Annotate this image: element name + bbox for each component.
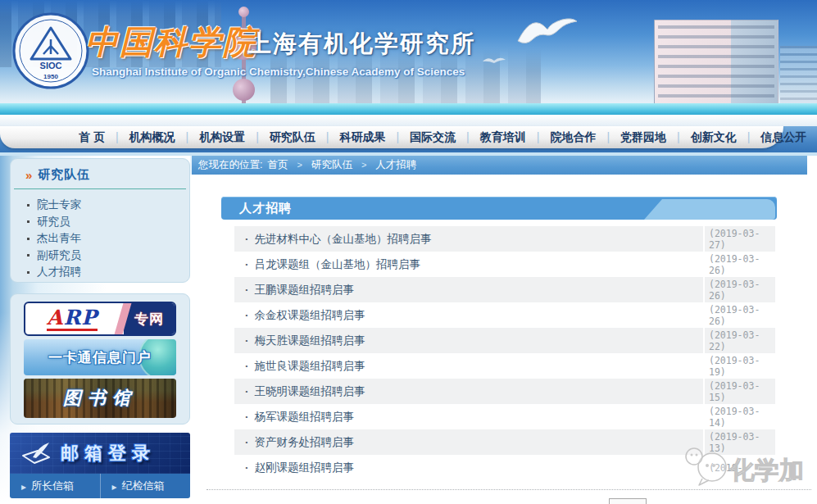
header-cyan-strip [0, 103, 817, 115]
sidebar-banners-panel: ARP 专网 一卡通信息门户 图书馆 [10, 293, 190, 425]
mail-banner-text: 邮箱登录 [61, 441, 156, 465]
recruitment-link[interactable]: 吕龙课题组（金山基地）招聘启事 [234, 252, 703, 277]
section-tab-decoration [644, 199, 775, 220]
recruitment-row: 施世良课题组招聘启事 (2019-03-19) [234, 353, 775, 379]
recruitment-date: (2019-03-26) [703, 277, 775, 302]
arrow-right-icon [112, 480, 122, 493]
content-divider [207, 489, 811, 490]
recruitment-date: (2019-03-26) [703, 302, 775, 328]
recruitment-date: (2019-03-15) [703, 379, 775, 404]
recruitment-date: (2019-03-26) [703, 252, 775, 277]
recruitment-link[interactable]: 余金权课题组招聘启事 [234, 302, 703, 328]
breadcrumb-item[interactable]: 人才招聘 [352, 158, 416, 172]
arp-cn-text: 专网 [134, 310, 164, 329]
library-banner-text: 图书馆 [63, 386, 137, 411]
sidebar-menu-item[interactable]: 杰出青年 [27, 230, 189, 247]
header-white-strip [0, 115, 817, 126]
nav-item[interactable]: 创新文化 [666, 130, 737, 145]
pagination-box[interactable] [609, 498, 647, 504]
breadcrumb-item[interactable]: 首页 [267, 158, 288, 172]
svg-text:1950: 1950 [43, 73, 58, 80]
arp-logo-text: ARP [47, 307, 98, 331]
recruitment-link[interactable]: 施世良课题组招聘启事 [234, 353, 703, 379]
nav-item[interactable]: 信息公开 [737, 130, 807, 145]
recruitment-date: (2019- [703, 455, 775, 480]
sidebar-menu-panel: 研究队伍 院士专家 研究员 杰出青年 副研究员 人才招聘 [10, 158, 190, 283]
left-column: 研究队伍 院士专家 研究员 杰出青年 副研究员 人才招聘 ARP [0, 156, 190, 504]
nav-item[interactable]: 研究队伍 [245, 130, 315, 145]
recruitment-link[interactable]: 先进材料中心（金山基地）招聘启事 [234, 226, 703, 252]
nav-item[interactable]: 院地合作 [526, 130, 597, 145]
recruitment-link[interactable]: 赵刚课题组招聘启事 [234, 455, 703, 480]
sidebar-panel-title: 研究队伍 [38, 167, 90, 183]
site-header: SIOC 1950 中国科学院 上海有机化学研究所 Shanghai Insti… [0, 0, 817, 126]
recruitment-list: 先进材料中心（金山基地）招聘启事 (2019-03-27) 吕龙课题组（金山基地… [234, 226, 775, 480]
nav-item[interactable]: 国际交流 [385, 130, 456, 145]
library-banner[interactable]: 图书馆 [24, 379, 176, 418]
nav-item[interactable]: 党群园地 [596, 130, 666, 145]
page-root: SIOC 1950 中国科学院 上海有机化学研究所 Shanghai Insti… [0, 0, 817, 504]
breadcrumb-item[interactable]: 研究队伍 [288, 158, 352, 172]
bullet-icon [27, 204, 30, 207]
cas-title: 中国科学院 [85, 20, 257, 65]
recruitment-link[interactable]: 梅天胜课题组招聘启事 [234, 328, 703, 353]
nav-item[interactable]: 科研成果 [315, 130, 386, 145]
arp-network-banner[interactable]: ARP 专网 [24, 302, 176, 336]
recruitment-link[interactable]: 资产财务处招聘启事 [234, 429, 703, 455]
bullet-icon [27, 254, 30, 257]
recruitment-row: 杨军课题组招聘启事 (2019-03-14) [234, 404, 775, 429]
institute-title: 上海有机化学研究所 [247, 28, 476, 61]
small-bird-icon [482, 54, 506, 66]
recruitment-row: 王晓明课题组招聘启事 (2019-03-15) [234, 379, 775, 404]
bullet-icon [27, 271, 30, 274]
breadcrumb: 您现在的位置: 首页 研究队伍 人才招聘 [190, 156, 807, 175]
bullet-icon [27, 238, 30, 240]
recruitment-date: (2019-03-27) [703, 226, 775, 252]
nav-item[interactable]: 科学传播 [806, 130, 817, 145]
recruitment-date: (2019-03-14) [703, 404, 775, 429]
pearl-tower-top-sphere [238, 7, 249, 17]
double-chevron-icon [25, 168, 32, 183]
nav-item[interactable]: 机构概况 [105, 130, 175, 145]
svg-text:SIOC: SIOC [40, 61, 62, 70]
sidebar-menu-list: 院士专家 研究员 杰出青年 副研究员 人才招聘 [11, 189, 189, 281]
section-title: 人才招聘 [239, 197, 292, 220]
mailbox-links-bar: 所长信箱 纪检信箱 [10, 474, 190, 498]
sidebar-menu-item[interactable]: 院士专家 [27, 197, 189, 214]
main-navigation: 首 页 机构概况 机构设置 研究队伍 科研成果 国际交流 教育培训 院地合作 党… [0, 126, 783, 148]
sidebar-menu-item[interactable]: 人才招聘 [27, 264, 189, 281]
sidebar-panel-header: 研究队伍 [14, 159, 186, 189]
sidebar-menu-item[interactable]: 研究员 [27, 214, 189, 231]
recruitment-row: 赵刚课题组招聘启事 (2019- [234, 455, 775, 480]
recruitment-row: 梅天胜课题组招聘启事 (2019-03-22) [234, 328, 775, 353]
breadcrumb-prefix: 您现在的位置: [198, 158, 262, 172]
quill-mail-icon [21, 441, 52, 465]
recruitment-date: (2019-03-13) [703, 429, 775, 455]
pearl-tower-low-sphere [233, 79, 255, 101]
recruitment-link[interactable]: 杨军课题组招聘启事 [234, 404, 703, 429]
nav-item[interactable]: 首 页 [79, 130, 105, 145]
sidebar-menu-item[interactable]: 副研究员 [27, 247, 189, 265]
bullet-icon [27, 220, 30, 223]
section-title-bar: 人才招聘 [221, 197, 777, 220]
recruitment-link[interactable]: 王晓明课题组招聘启事 [234, 379, 703, 404]
recruitment-link[interactable]: 王鹏课题组招聘启事 [234, 277, 703, 302]
recruitment-row: 吕龙课题组（金山基地）招聘启事 (2019-03-26) [234, 252, 775, 277]
nav-item[interactable]: 机构设置 [175, 130, 246, 145]
recruitment-row: 王鹏课题组招聘启事 (2019-03-26) [234, 277, 775, 302]
nav-band: 首 页 机构概况 机构设置 研究队伍 科研成果 国际交流 教育培训 院地合作 党… [0, 126, 817, 156]
arrow-right-icon [21, 480, 31, 493]
mailbox-link[interactable]: 纪检信箱 [100, 474, 191, 498]
mail-login-banner[interactable]: 邮箱登录 [10, 433, 190, 474]
onecard-portal-banner[interactable]: 一卡通信息门户 [24, 339, 176, 375]
onecard-banner-text: 一卡通信息门户 [48, 348, 152, 367]
mailbox-link[interactable]: 所长信箱 [10, 474, 100, 498]
institute-subtitle-en: Shanghai Institute of Organic Chemistry,… [92, 66, 465, 78]
sioc-logo: SIOC 1950 [11, 11, 90, 90]
recruitment-date: (2019-03-22) [703, 328, 775, 353]
recruitment-date: (2019-03-19) [703, 353, 775, 379]
recruitment-row: 余金权课题组招聘启事 (2019-03-26) [234, 302, 775, 328]
nav-item[interactable]: 教育培训 [456, 130, 526, 145]
recruitment-row: 先进材料中心（金山基地）招聘启事 (2019-03-27) [234, 226, 775, 252]
seagull-icon [515, 8, 579, 51]
